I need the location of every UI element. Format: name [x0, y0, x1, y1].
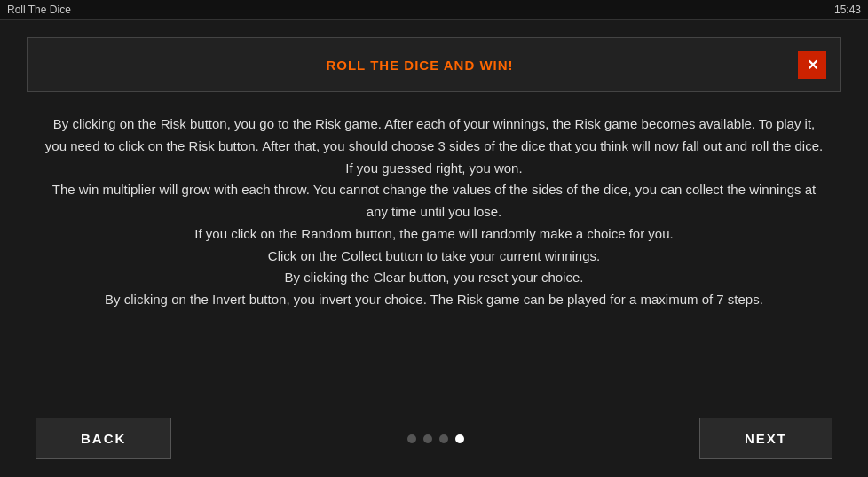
bottom-navigation: BACK NEXT [27, 418, 841, 459]
pagination-dot-1 [407, 434, 416, 443]
system-time: 15:43 [834, 4, 861, 16]
pagination-dot-2 [423, 434, 432, 443]
pagination-dots [407, 434, 464, 443]
pagination-dot-3 [439, 434, 448, 443]
banner-title: ROLL THE DICE AND WIN! [42, 58, 798, 73]
back-button[interactable]: BACK [36, 418, 171, 459]
main-content: ROLL THE DICE AND WIN! ✕ By clicking on … [0, 20, 868, 477]
next-button[interactable]: NEXT [699, 418, 832, 459]
pagination-dot-4 [455, 434, 464, 443]
close-button[interactable]: ✕ [798, 51, 826, 79]
description-text: By clicking on the Risk button, you go t… [27, 113, 841, 400]
title-bar: Roll The Dice 15:43 [0, 0, 868, 20]
banner: ROLL THE DICE AND WIN! ✕ [27, 37, 841, 92]
app-title: Roll The Dice [7, 4, 71, 16]
